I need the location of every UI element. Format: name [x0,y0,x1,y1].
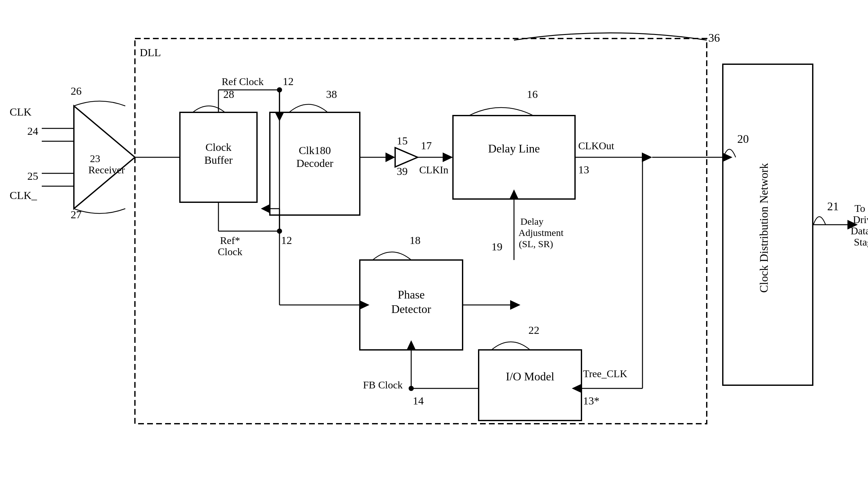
label-13: 13 [578,164,589,176]
delay-adj-label1: Delay [520,216,544,227]
label-23: 23 [90,153,100,164]
label-17: 17 [421,140,432,151]
to-driver-label3: Data Output [851,225,868,237]
clk-label: CLK [10,106,31,118]
clock-buffer-label2: Buffer [204,154,233,166]
label-26: 26 [71,85,82,97]
to-driver-label2: Driver and [853,214,868,225]
label-14: 14 [413,395,424,407]
svg-rect-0 [0,0,868,477]
clk-minus-label: CLK_ [10,190,37,201]
label-16: 16 [527,88,538,100]
phase-detector-label1: Phase [398,288,425,301]
clk180-label1: Clk180 [299,144,331,156]
label-15: 15 [397,135,408,147]
label-38: 38 [326,88,337,100]
clkout-label: CLKOut [578,140,614,151]
label-12b: 12 [281,234,292,246]
label-22: 22 [528,324,539,336]
label-19: 19 [492,241,502,252]
label-13star: 13* [583,395,599,407]
clock-buffer-label1: Clock [205,141,231,153]
svg-rect-24 [453,115,575,199]
receiver-label: Receiver [88,164,125,176]
io-model-label: I/O Model [506,370,555,383]
label-25: 25 [27,170,38,182]
label-21: 21 [827,200,839,213]
phase-detector-label2: Detector [391,303,431,315]
to-driver-label4: Stages [854,236,868,248]
tree-clk-label: Tree_CLK [583,368,627,379]
clkin-label: CLKIn [419,164,448,176]
svg-rect-38 [479,350,582,420]
circuit-diagram: DLL 36 Clock Distribution Network CLK 24… [0,0,868,477]
fb-clock-label: FB Clock [363,379,403,390]
ref-star-clock-label1: Ref* [220,235,240,246]
clk180-label2: Decoder [296,157,334,169]
label-24: 24 [27,125,38,137]
dll-label: DLL [140,46,161,59]
clock-distribution-label: Clock Distribution Network [757,163,770,293]
label-18: 18 [410,234,421,246]
label-39: 39 [397,165,408,177]
delay-adj-label2: Adjustment [519,227,564,238]
delay-adj-label3: (SL, SR) [519,238,553,249]
diagram-container: DLL 36 Clock Distribution Network CLK 24… [0,0,868,477]
delay-line-label1: Delay Line [488,142,540,155]
ref-clock-label: Ref Clock [222,76,264,87]
label-20: 20 [737,133,749,145]
ref-star-clock-label2: Clock [218,246,242,258]
label-36: 36 [708,31,720,44]
label-12a: 12 [283,75,293,87]
to-driver-label1: To [855,203,865,214]
